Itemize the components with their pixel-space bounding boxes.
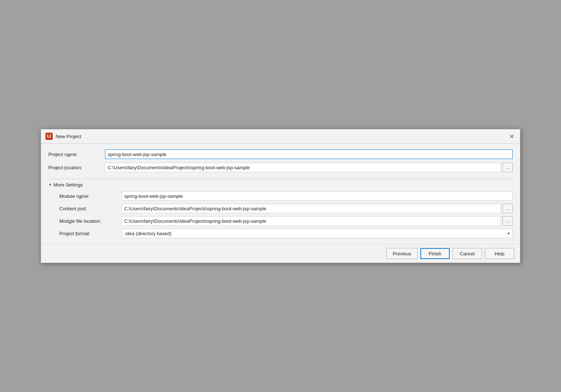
project-format-row: Project format: .idea (directory based) …	[59, 229, 513, 238]
project-location-input-wrapper: ...	[105, 163, 513, 172]
module-file-location-browse-button[interactable]: ...	[502, 216, 513, 226]
content-root-row: Content root: ...	[59, 204, 513, 213]
more-settings-section: ▼ More Settings Module name: Content ro	[48, 179, 513, 238]
project-location-input[interactable]	[105, 163, 501, 172]
content-root-label: Content root:	[59, 206, 122, 211]
more-settings-label: More Settings	[53, 182, 83, 188]
app-icon: IJ	[45, 133, 53, 140]
project-name-label: Project name:	[48, 152, 105, 157]
project-name-row: Project name:	[48, 149, 513, 159]
project-format-select-wrapper: .idea (directory based) ▼	[122, 229, 513, 238]
more-settings-toggle-icon: ▼	[48, 183, 52, 187]
dialog-title: New Project	[56, 134, 81, 139]
content-root-input[interactable]	[122, 204, 501, 213]
more-settings-fields: Module name: Content root: ...	[48, 191, 513, 238]
project-location-label: Project location:	[48, 165, 105, 170]
module-file-location-input[interactable]	[122, 216, 501, 226]
more-settings-header[interactable]: ▼ More Settings	[48, 182, 513, 188]
project-name-input[interactable]	[105, 149, 513, 159]
cancel-button[interactable]: Cancel	[453, 248, 482, 259]
svg-text:IJ: IJ	[47, 133, 51, 139]
previous-button[interactable]: Previous	[386, 248, 417, 259]
module-name-row: Module name:	[59, 191, 513, 201]
module-name-input[interactable]	[122, 191, 513, 201]
module-name-input-wrapper	[122, 191, 513, 201]
title-bar: IJ New Project ✕	[41, 129, 520, 144]
dialog-footer: Previous Finish Cancel Help	[41, 244, 520, 263]
project-location-browse-button[interactable]: ...	[502, 163, 513, 172]
finish-button[interactable]: Finish	[420, 248, 450, 259]
project-location-row: Project location: ...	[48, 163, 513, 172]
project-format-label: Project format:	[59, 231, 122, 236]
module-file-location-label: Module file location:	[59, 218, 122, 224]
content-root-browse-button[interactable]: ...	[502, 204, 513, 213]
help-button[interactable]: Help	[485, 248, 514, 259]
dialog-body: Project name: Project location: ... ▼ Mo…	[41, 144, 520, 244]
module-file-location-row: Module file location: ...	[59, 216, 513, 226]
content-root-input-wrapper: ...	[122, 204, 513, 213]
module-name-label: Module name:	[59, 193, 122, 199]
module-file-location-input-wrapper: ...	[122, 216, 513, 226]
project-format-dropdown-wrapper: .idea (directory based) ▼	[122, 229, 513, 238]
project-name-input-wrapper	[105, 149, 513, 159]
title-bar-left: IJ New Project	[45, 133, 81, 140]
project-format-select[interactable]: .idea (directory based)	[122, 229, 513, 238]
new-project-dialog: IJ New Project ✕ Project name: Project l…	[41, 129, 520, 263]
close-button[interactable]: ✕	[508, 132, 516, 140]
